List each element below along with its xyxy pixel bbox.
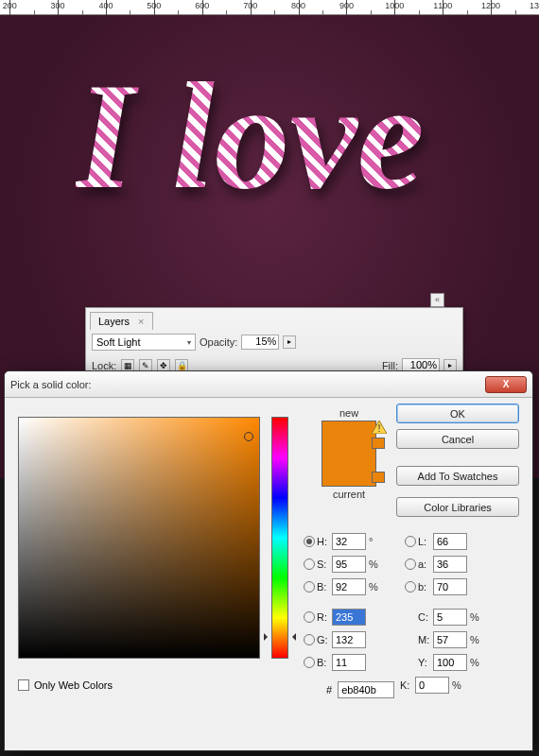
layers-tab[interactable]: Layers × [90, 312, 153, 330]
svg-text:!: ! [377, 422, 380, 434]
saturation-value-field[interactable] [18, 417, 260, 659]
hex-input[interactable] [338, 681, 394, 698]
websafe-snap-swatch[interactable] [372, 472, 385, 483]
horizontal-ruler: 2003004005006007008009001000110012001300 [0, 0, 539, 15]
hue-slider[interactable] [271, 417, 288, 659]
color-swatch-preview[interactable] [322, 421, 376, 487]
input-s[interactable] [332, 556, 366, 573]
gamut-warning-icon[interactable]: ! [372, 421, 387, 434]
opacity-input[interactable]: 15% [241, 335, 279, 350]
radio-h[interactable] [304, 536, 315, 547]
input-lab-b[interactable] [433, 578, 467, 595]
input-k[interactable] [415, 677, 449, 694]
input-l[interactable] [433, 533, 467, 550]
cancel-button[interactable]: Cancel [396, 429, 519, 449]
color-picker-dialog: Pick a solid color: X new current ! OK C… [4, 370, 533, 751]
dialog-title: Pick a solid color: [10, 379, 92, 390]
gamut-snap-swatch[interactable] [372, 438, 385, 449]
blend-mode-dropdown[interactable]: Soft Light [92, 334, 196, 351]
radio-l[interactable] [405, 536, 416, 547]
radio-s[interactable] [304, 558, 315, 570]
panel-collapse-button[interactable]: « [430, 293, 444, 307]
input-h[interactable] [332, 533, 366, 550]
input-b[interactable] [332, 654, 366, 671]
close-icon[interactable]: × [138, 316, 144, 327]
input-g[interactable] [332, 631, 366, 648]
input-r[interactable] [332, 609, 366, 626]
radio-r[interactable] [304, 611, 315, 623]
window-close-button[interactable]: X [485, 376, 527, 393]
opacity-flyout-icon[interactable]: ▸ [283, 335, 296, 349]
input-m[interactable] [433, 631, 467, 648]
sv-cursor [244, 432, 253, 441]
hex-label: # [326, 684, 332, 696]
current-color-label: current [311, 489, 387, 500]
ok-button[interactable]: OK [396, 404, 519, 423]
web-colors-label: Only Web Colors [34, 679, 113, 691]
radio-b[interactable] [304, 657, 315, 668]
radio-a[interactable] [405, 558, 416, 570]
dialog-titlebar[interactable]: Pick a solid color: X [5, 371, 532, 398]
color-libraries-button[interactable]: Color Libraries [396, 497, 519, 517]
new-color-label: new [311, 407, 387, 419]
tab-label: Layers [98, 316, 130, 327]
radio-bri[interactable] [304, 581, 315, 593]
input-y[interactable] [433, 654, 467, 671]
input-bri[interactable] [332, 578, 366, 595]
opacity-label: Opacity: [200, 336, 237, 348]
input-a[interactable] [433, 556, 467, 573]
color-model-inputs: H: ° L: S: % a: [304, 530, 527, 696]
radio-lab-b[interactable] [405, 581, 416, 593]
radio-g[interactable] [304, 634, 315, 645]
artwork-text: I love [76, 72, 425, 200]
web-colors-checkbox[interactable] [18, 679, 29, 691]
add-to-swatches-button[interactable]: Add To Swatches [396, 466, 519, 486]
input-c[interactable] [433, 609, 467, 626]
